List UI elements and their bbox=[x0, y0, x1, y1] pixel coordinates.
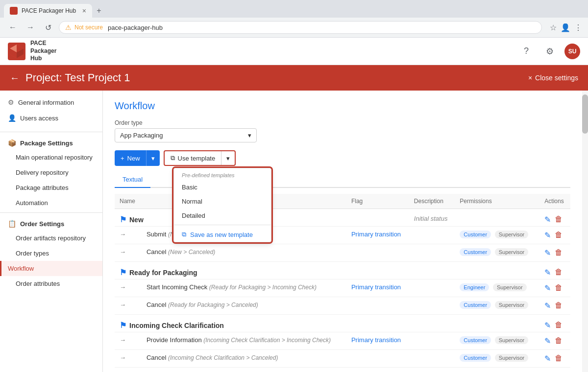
edit-icon-submit[interactable]: ✎ bbox=[544, 231, 551, 240]
sidebar-item-workflow[interactable]: Workflow bbox=[0, 261, 102, 276]
col-flag: Flag bbox=[346, 194, 409, 209]
back-to-projects-button[interactable]: ← bbox=[10, 72, 20, 84]
sidebar-item-users-access[interactable]: 👤 Users access bbox=[0, 110, 102, 126]
scrollbar-track[interactable] bbox=[582, 91, 588, 372]
back-button[interactable]: ← bbox=[6, 21, 20, 34]
edit-icon-cancel-icc[interactable]: ✎ bbox=[544, 354, 551, 363]
menu-icon[interactable]: ⋮ bbox=[574, 23, 582, 32]
sidebar-label-order-settings: Order Settings bbox=[20, 220, 64, 228]
sidebar-item-package-attributes[interactable]: Package attributes bbox=[0, 180, 102, 195]
user-avatar[interactable]: SU bbox=[564, 44, 580, 59]
table-row: → Cancel (New > Canceled) Customer Super… bbox=[115, 244, 570, 262]
logo-text: PACE Packager Hub bbox=[30, 40, 56, 63]
edit-icon-icc[interactable]: ✎ bbox=[544, 321, 551, 330]
delete-icon-new-status[interactable]: 🗑 bbox=[555, 215, 563, 224]
use-template-label: Use template bbox=[178, 155, 216, 162]
edit-icon-pi[interactable]: ✎ bbox=[544, 336, 551, 346]
sidebar-item-main-operational-repository[interactable]: Main operational repository bbox=[0, 150, 102, 165]
delete-icon-submit[interactable]: 🗑 bbox=[555, 231, 563, 240]
sidebar-item-order-attributes[interactable]: Order attributes bbox=[0, 276, 102, 291]
bookmark-icon[interactable]: ☆ bbox=[550, 23, 557, 32]
new-button-dropdown[interactable]: ▾ bbox=[146, 150, 160, 166]
delete-icon-cancel-icc[interactable]: 🗑 bbox=[555, 354, 563, 363]
perm-supervisor-cancel-icc: Supervisor bbox=[495, 354, 529, 362]
tab-bar: PACE Packager Hub × + bbox=[0, 0, 588, 18]
close-settings-icon: × bbox=[528, 74, 532, 82]
transition-desc-submit bbox=[409, 227, 455, 244]
use-template-dropdown-icon: ▾ bbox=[226, 155, 230, 162]
dropdown-item-save-template[interactable]: ⧉ Save as new template bbox=[174, 227, 271, 242]
sidebar-divider-2 bbox=[0, 212, 102, 213]
delete-icon-sic[interactable]: 🗑 bbox=[555, 283, 563, 293]
status-perms-icc bbox=[455, 315, 539, 332]
new-button-label: New bbox=[127, 155, 140, 162]
transition-desc-sic bbox=[409, 279, 455, 297]
project-header: ← Project: Test Project 1 × Close settin… bbox=[0, 65, 588, 91]
perm-supervisor-cancel-new: Supervisor bbox=[495, 248, 529, 256]
col-permissions: Permissions bbox=[455, 194, 539, 209]
delete-icon-cancel-rfp[interactable]: 🗑 bbox=[555, 301, 563, 310]
refresh-button[interactable]: ↺ bbox=[41, 21, 55, 34]
main-layout: ⚙ General information 👤 Users access 📦 P… bbox=[0, 91, 588, 372]
edit-icon-cancel-new[interactable]: ✎ bbox=[544, 248, 551, 257]
status-desc-new: Initial status bbox=[409, 209, 455, 227]
scrollbar-thumb[interactable] bbox=[582, 94, 588, 134]
status-actions-rfp: ✎ 🗑 bbox=[539, 262, 570, 279]
status-desc-icc bbox=[409, 315, 455, 332]
new-button[interactable]: + New ▾ bbox=[115, 150, 160, 166]
transition-arrow-submit: → bbox=[115, 227, 142, 244]
close-settings-button[interactable]: × Close settings bbox=[528, 74, 578, 82]
edit-icon-new-status[interactable]: ✎ bbox=[544, 215, 551, 224]
delete-icon-pi[interactable]: 🗑 bbox=[555, 336, 563, 346]
settings-button[interactable]: ⚙ bbox=[541, 43, 559, 60]
browser-tab[interactable]: PACE Packager Hub × bbox=[4, 4, 92, 18]
order-type-value: App Packaging bbox=[120, 132, 163, 139]
sidebar-item-general-information[interactable]: ⚙ General information bbox=[0, 94, 102, 110]
address-field[interactable]: ⚠ Not secure pace-packager-hub bbox=[59, 21, 542, 34]
edit-icon-cancel-rfp[interactable]: ✎ bbox=[544, 301, 551, 310]
tab-textual[interactable]: Textual bbox=[115, 172, 150, 188]
sidebar-item-delivery-repository[interactable]: Delivery repository bbox=[0, 165, 102, 180]
edit-icon-sic[interactable]: ✎ bbox=[544, 283, 551, 293]
app-header: PACE Packager Hub ? ⚙ SU bbox=[0, 38, 588, 65]
forward-button[interactable]: → bbox=[24, 21, 37, 34]
browser-chrome: PACE Packager Hub × + ← → ↺ ⚠ Not secure… bbox=[0, 0, 588, 38]
tab-close-button[interactable]: × bbox=[82, 7, 86, 15]
new-button-main[interactable]: + New bbox=[115, 150, 146, 166]
perm-customer-cancel-icc: Customer bbox=[460, 354, 491, 362]
toolbar: + New ▾ ⧉ Use template ▾ Pre-defined tem… bbox=[115, 150, 570, 166]
dropdown-item-detailed[interactable]: Detailed bbox=[174, 209, 271, 223]
delete-icon-icc[interactable]: 🗑 bbox=[555, 321, 563, 330]
sidebar-label-delivery-repository: Delivery repository bbox=[16, 169, 69, 176]
use-template-template-icon: ⧉ bbox=[171, 154, 175, 162]
status-label-rfp: Ready for Packaging bbox=[129, 269, 197, 277]
transition-desc-cancel-rfp bbox=[409, 297, 455, 315]
transition-name-pi: Provide Information (Incoming Check Clar… bbox=[142, 332, 346, 350]
perm-supervisor-pi: Supervisor bbox=[495, 336, 529, 344]
use-template-button-main[interactable]: ⧉ Use template bbox=[165, 151, 221, 165]
col-name: Name bbox=[115, 194, 142, 209]
delete-icon-rfp[interactable]: 🗑 bbox=[555, 268, 563, 277]
sidebar-item-order-types[interactable]: Order types bbox=[0, 246, 102, 261]
sidebar-section-order-settings: 📋 Order Settings bbox=[0, 215, 102, 231]
transition-actions-sic: ✎ 🗑 bbox=[539, 279, 570, 297]
delete-icon-cancel-new[interactable]: 🗑 bbox=[555, 248, 563, 257]
sidebar-item-automation[interactable]: Automation bbox=[0, 195, 102, 210]
use-template-dropdown[interactable]: ▾ bbox=[221, 151, 235, 165]
status-flag-new bbox=[346, 209, 409, 227]
new-tab-button[interactable]: + bbox=[92, 4, 106, 18]
sidebar-label-general-information: General information bbox=[18, 99, 74, 106]
status-label-icc: Incoming Check Clarification bbox=[129, 322, 224, 329]
dropdown-item-normal[interactable]: Normal bbox=[174, 194, 271, 209]
table-row: → Cancel (Ready for Packaging > Canceled… bbox=[115, 297, 570, 315]
use-template-button[interactable]: ⧉ Use template ▾ bbox=[164, 150, 236, 166]
profile-icon[interactable]: 👤 bbox=[561, 23, 570, 32]
order-type-select[interactable]: App Packaging ▾ bbox=[115, 128, 257, 142]
edit-icon-rfp[interactable]: ✎ bbox=[544, 268, 551, 277]
dropdown-item-basic[interactable]: Basic bbox=[174, 180, 271, 194]
sidebar-label-automation: Automation bbox=[16, 199, 48, 207]
help-button[interactable]: ? bbox=[517, 43, 535, 60]
status-label-new: New bbox=[129, 216, 144, 224]
transition-arrow-cancel-new: → bbox=[115, 244, 142, 262]
sidebar-item-order-artifacts-repository[interactable]: Order artifacts repository bbox=[0, 231, 102, 246]
